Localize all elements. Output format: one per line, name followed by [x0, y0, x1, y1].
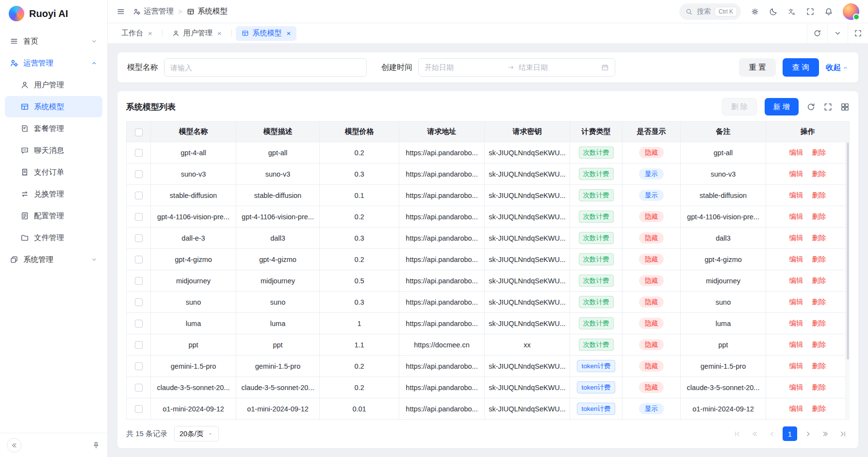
breadcrumb-item-0[interactable]: 运营管理	[133, 6, 174, 16]
sidebar-item-6[interactable]: 配置管理	[5, 205, 102, 227]
row-checkbox[interactable]	[135, 384, 143, 392]
next-5-pages-button[interactable]	[819, 427, 832, 441]
query-button[interactable]: 查 询	[783, 58, 819, 77]
delete-link[interactable]: 删除	[812, 341, 826, 348]
edit-link[interactable]: 编辑	[789, 277, 803, 284]
visibility-badge: 显示	[639, 168, 664, 180]
sidebar-item-5[interactable]: 兑换管理	[5, 183, 102, 205]
row-checkbox[interactable]	[135, 405, 143, 413]
tab-1[interactable]: 用户管理×	[166, 26, 228, 41]
edit-link[interactable]: 编辑	[789, 212, 803, 220]
dark-mode-icon[interactable]	[769, 7, 778, 16]
row-checkbox[interactable]	[135, 213, 143, 221]
delete-link[interactable]: 删除	[812, 298, 826, 306]
row-checkbox[interactable]	[135, 234, 143, 242]
column-settings-icon[interactable]	[840, 102, 850, 112]
prev-page-button[interactable]	[765, 427, 779, 441]
sidebar-group-1[interactable]: 运营管理	[5, 52, 102, 74]
model-name-input[interactable]	[164, 58, 367, 77]
global-search[interactable]: 搜索 Ctrl K	[679, 3, 741, 20]
cell-model-desc: luma	[236, 313, 320, 334]
edit-link[interactable]: 编辑	[789, 170, 803, 178]
sidebar-item-2[interactable]: 套餐管理	[5, 118, 102, 139]
sidebar-collapse-button[interactable]	[7, 438, 21, 453]
refresh-page-button[interactable]	[807, 23, 827, 43]
edit-link[interactable]: 编辑	[789, 362, 803, 370]
cell-model-desc: gemini-1.5-pro	[236, 356, 320, 377]
sidebar-item-0[interactable]: 用户管理	[5, 74, 102, 96]
tab-close-icon[interactable]: ×	[287, 30, 291, 37]
delete-link[interactable]: 删除	[812, 383, 826, 391]
edit-link[interactable]: 编辑	[789, 191, 803, 199]
delete-link[interactable]: 删除	[812, 234, 826, 242]
row-checkbox[interactable]	[135, 277, 143, 285]
tab-menu-button[interactable]	[827, 23, 848, 43]
prev-5-pages-button[interactable]	[748, 427, 761, 441]
row-checkbox[interactable]	[135, 362, 143, 370]
edit-link[interactable]: 编辑	[789, 405, 803, 412]
delete-link[interactable]: 删除	[812, 277, 826, 284]
delete-link[interactable]: 删除	[812, 255, 826, 263]
edit-link[interactable]: 编辑	[789, 234, 803, 242]
hamburger-menu-icon[interactable]	[116, 7, 125, 16]
notifications-icon[interactable]	[824, 7, 833, 16]
row-checkbox[interactable]	[135, 170, 143, 178]
edit-link[interactable]: 编辑	[789, 298, 803, 306]
cell-model-desc: midjourney	[236, 270, 320, 292]
app-logo[interactable]: Ruoyi AI	[0, 0, 107, 27]
row-checkbox[interactable]	[135, 320, 143, 327]
table-scrollbar[interactable]	[845, 142, 850, 420]
edit-link[interactable]: 编辑	[789, 341, 803, 348]
refresh-table-icon[interactable]	[806, 102, 816, 112]
user-avatar[interactable]	[843, 3, 859, 20]
tab-label: 工作台	[121, 29, 143, 38]
row-checkbox[interactable]	[135, 149, 143, 157]
first-page-button[interactable]	[730, 427, 744, 441]
breadcrumb-item-1[interactable]: 系统模型	[187, 6, 228, 16]
edit-link[interactable]: 编辑	[789, 148, 803, 156]
delete-link[interactable]: 删除	[812, 362, 826, 370]
billing-type-tag: token计费	[577, 360, 615, 373]
edit-link[interactable]: 编辑	[789, 255, 803, 263]
page-button-1[interactable]: 1	[783, 426, 797, 441]
filter-actions: 重 置 查 询 收起	[739, 58, 849, 77]
table-fullscreen-icon[interactable]	[823, 102, 833, 112]
tab-close-icon[interactable]: ×	[217, 30, 222, 37]
scrollbar-thumb[interactable]	[847, 143, 849, 359]
last-page-button[interactable]	[836, 427, 850, 441]
delete-link[interactable]: 删除	[812, 170, 826, 178]
sidebar-item-4[interactable]: 支付订单	[5, 162, 102, 183]
fullscreen-icon[interactable]	[806, 7, 815, 16]
language-icon[interactable]: 文A	[787, 7, 796, 16]
sidebar-item-7[interactable]: 文件管理	[5, 227, 102, 248]
delete-link[interactable]: 删除	[812, 405, 826, 412]
select-all-checkbox[interactable]	[135, 129, 143, 136]
batch-delete-button[interactable]: 删 除	[722, 98, 757, 115]
delete-link[interactable]: 删除	[812, 148, 826, 156]
row-checkbox[interactable]	[135, 298, 143, 306]
sidebar-group-0[interactable]: 首页	[5, 31, 102, 52]
row-checkbox[interactable]	[135, 192, 143, 199]
add-button[interactable]: 新 增	[765, 98, 799, 115]
next-page-button[interactable]	[801, 427, 815, 441]
content-fullscreen-button[interactable]	[848, 23, 868, 43]
edit-link[interactable]: 编辑	[789, 383, 803, 391]
sidebar-group-2[interactable]: 系统管理	[5, 249, 102, 270]
delete-link[interactable]: 删除	[812, 191, 826, 199]
row-checkbox[interactable]	[135, 256, 143, 263]
reset-button[interactable]: 重 置	[739, 58, 775, 77]
date-range-picker[interactable]: 开始日期 结束日期	[418, 58, 615, 77]
tab-2[interactable]: 系统模型×	[236, 26, 297, 41]
page-size-select[interactable]: 20条/页	[174, 426, 219, 441]
tab-close-icon[interactable]: ×	[148, 30, 152, 37]
sidebar-item-3[interactable]: 聊天消息	[5, 140, 102, 161]
pin-icon[interactable]	[92, 441, 100, 450]
edit-link[interactable]: 编辑	[789, 319, 803, 327]
collapse-filter-link[interactable]: 收起	[826, 63, 849, 73]
row-checkbox[interactable]	[135, 341, 143, 349]
delete-link[interactable]: 删除	[812, 319, 826, 327]
delete-link[interactable]: 删除	[812, 212, 826, 220]
settings-icon[interactable]	[751, 7, 759, 16]
tab-0[interactable]: 工作台×	[115, 26, 158, 41]
sidebar-item-1[interactable]: 系统模型	[5, 96, 102, 117]
